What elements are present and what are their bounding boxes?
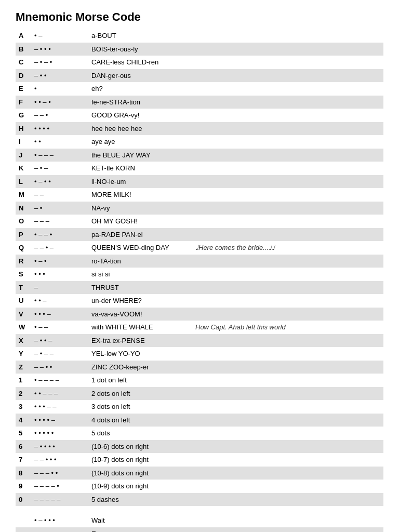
mnemonic-cell: QUEEN'S WED-ding DAY bbox=[88, 241, 192, 255]
mnemonic-cell: va-va-va-VOOM! bbox=[88, 308, 192, 321]
morse-table: A• –a-BOUTB– • • •BOIS-ter-ous-lyC– • – … bbox=[16, 29, 383, 506]
letter-cell: C bbox=[16, 56, 31, 69]
letter-cell: Q bbox=[16, 241, 31, 255]
note-cell bbox=[192, 414, 383, 427]
mnemonic-cell: 5 dots bbox=[88, 427, 192, 440]
mnemonic-cell: 2 dots on left bbox=[88, 387, 192, 401]
note-cell bbox=[192, 294, 383, 308]
mnemonic-cell: fe-ne-STRA-tion bbox=[88, 96, 192, 109]
letter-cell: Z bbox=[16, 361, 31, 374]
code-cell: – • • • bbox=[31, 43, 88, 56]
mnemonic-cell: THRUST bbox=[88, 281, 192, 295]
note-cell bbox=[192, 440, 383, 454]
mnemonic-cell: BOIS-ter-ous-ly bbox=[88, 43, 192, 56]
mnemonic-cell: EX-tra ex-PENSE bbox=[88, 334, 192, 348]
note-cell bbox=[192, 175, 383, 189]
note-cell bbox=[192, 467, 383, 480]
note-cell bbox=[192, 96, 383, 109]
note-cell bbox=[192, 334, 383, 348]
code-cell: • – – • bbox=[31, 228, 88, 242]
note-cell bbox=[192, 453, 383, 467]
code-cell: – – bbox=[31, 188, 88, 202]
code-cell: • • • • bbox=[31, 122, 88, 136]
code-cell: – – – bbox=[31, 215, 88, 228]
letter-cell: G bbox=[16, 109, 31, 122]
code-cell: – – – • • bbox=[31, 467, 88, 480]
mnemonic-cell: (10-8) dots on right bbox=[88, 467, 192, 480]
note-cell bbox=[192, 480, 383, 493]
mnemonic-cell: ZINC ZOO-keep-er bbox=[88, 361, 192, 374]
code-cell: • – • • bbox=[31, 175, 88, 189]
note-cell bbox=[192, 281, 383, 295]
letter-cell: 2 bbox=[16, 387, 31, 401]
note-cell bbox=[192, 400, 383, 414]
letter-cell: 6 bbox=[16, 440, 31, 454]
mnemonic-cell: pa-RADE PAN-el bbox=[88, 228, 192, 242]
mnemonic-cell: un-der WHERE? bbox=[88, 294, 192, 308]
prosign-letter-cell bbox=[16, 514, 31, 527]
note-cell bbox=[192, 427, 383, 440]
letter-cell: Y bbox=[16, 347, 31, 361]
code-cell: • • • • – bbox=[31, 414, 88, 427]
note-cell bbox=[192, 82, 383, 96]
prosign-code-cell: • • • • • • • • bbox=[31, 527, 88, 533]
code-cell: – – • • bbox=[31, 361, 88, 374]
mnemonic-cell: 4 dots on left bbox=[88, 414, 192, 427]
code-cell: – • – • bbox=[31, 56, 88, 69]
mnemonic-cell: (10-6) dots on right bbox=[88, 440, 192, 454]
page-title: Mnemonic Morse Code bbox=[16, 10, 383, 24]
mnemonic-cell: CARE-less CHILD-ren bbox=[88, 56, 192, 69]
mnemonic-cell: KET-tle KORN bbox=[88, 162, 192, 175]
code-cell: • – – – bbox=[31, 149, 88, 162]
prosign-code-cell: • – • • • bbox=[31, 514, 88, 527]
note-cell bbox=[192, 347, 383, 361]
letter-cell: 1 bbox=[16, 374, 31, 387]
code-cell: • – • bbox=[31, 255, 88, 268]
code-cell: • – bbox=[31, 29, 88, 43]
letter-cell: V bbox=[16, 308, 31, 321]
letter-cell: 9 bbox=[16, 480, 31, 493]
letter-cell: 3 bbox=[16, 400, 31, 414]
note-cell bbox=[192, 29, 383, 43]
code-cell: – – • • • bbox=[31, 453, 88, 467]
prosign-letter-cell bbox=[16, 527, 31, 533]
note-cell bbox=[192, 308, 383, 321]
code-cell: – – • bbox=[31, 109, 88, 122]
code-cell: – – – – – bbox=[31, 493, 88, 507]
note-cell bbox=[192, 374, 383, 387]
letter-cell: 4 bbox=[16, 414, 31, 427]
letter-cell: D bbox=[16, 69, 31, 83]
note-cell bbox=[192, 135, 383, 149]
note-cell bbox=[192, 149, 383, 162]
code-cell: • • – • bbox=[31, 96, 88, 109]
note-cell bbox=[192, 188, 383, 202]
letter-cell: T bbox=[16, 281, 31, 295]
note-cell bbox=[192, 361, 383, 374]
letter-cell: R bbox=[16, 255, 31, 268]
note-cell bbox=[192, 228, 383, 242]
code-cell: – • – – bbox=[31, 347, 88, 361]
code-cell: – • – bbox=[31, 162, 88, 175]
prosign-note-cell bbox=[192, 514, 383, 527]
note-cell bbox=[192, 56, 383, 69]
code-cell: – – – – • bbox=[31, 480, 88, 493]
letter-cell: S bbox=[16, 268, 31, 281]
code-cell: – bbox=[31, 281, 88, 295]
code-cell: – • bbox=[31, 202, 88, 215]
mnemonic-cell: the BLUE JAY WAY bbox=[88, 149, 192, 162]
letter-cell: A bbox=[16, 29, 31, 43]
letter-cell: O bbox=[16, 215, 31, 228]
code-cell: • • • – – bbox=[31, 400, 88, 414]
note-cell bbox=[192, 493, 383, 507]
letter-cell: 5 bbox=[16, 427, 31, 440]
code-cell: • • • • • bbox=[31, 427, 88, 440]
note-cell bbox=[192, 387, 383, 401]
note-cell bbox=[192, 255, 383, 268]
letter-cell: K bbox=[16, 162, 31, 175]
letter-cell: W bbox=[16, 321, 31, 334]
mnemonic-cell: eh? bbox=[88, 82, 192, 96]
prosign-mnemonic-cell: Error bbox=[88, 527, 192, 533]
note-cell bbox=[192, 43, 383, 56]
mnemonic-cell: DAN-ger-ous bbox=[88, 69, 192, 83]
mnemonic-cell: 1 dot on left bbox=[88, 374, 192, 387]
